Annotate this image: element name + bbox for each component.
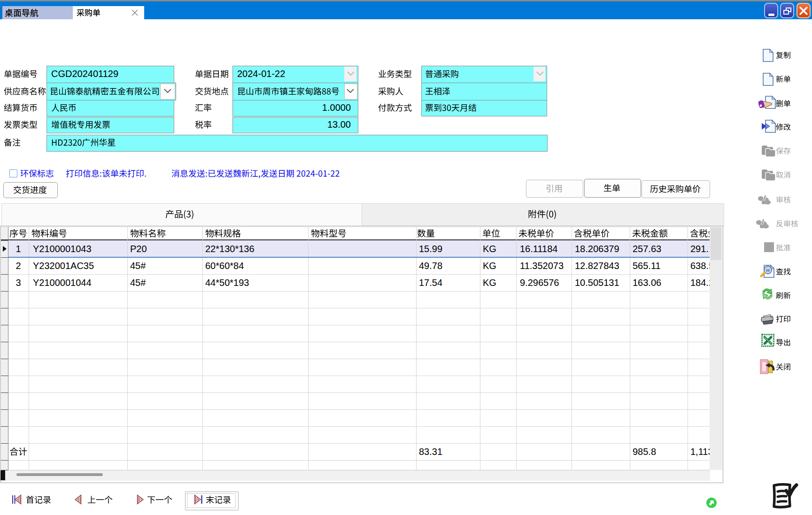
svg-text:H: H [766, 268, 770, 273]
